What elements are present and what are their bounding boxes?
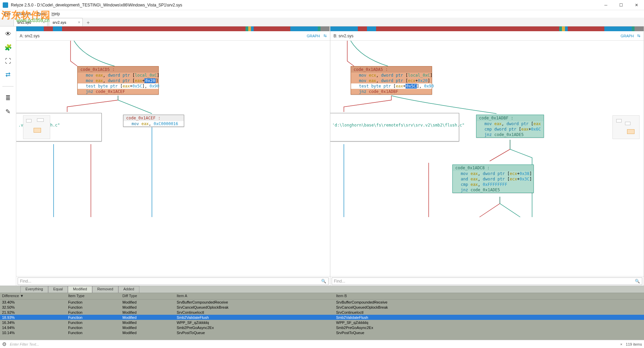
graph-node[interactable]: code_0x1ACD5 : mov eax, dword ptr [local… — [77, 66, 159, 95]
graph-node[interactable]: code_0x1ACEF : mov eax, 0xC0000016 — [123, 115, 184, 127]
find-input-a[interactable]: Find... 🔍 — [18, 277, 329, 285]
menu-help[interactable]: Help — [50, 11, 62, 17]
node-label: code_0x1ACEF : — [126, 116, 160, 120]
settings-icon[interactable]: ⚙ — [2, 341, 6, 347]
find-placeholder: Find... — [20, 279, 31, 284]
status-bar: ⚙ Enter Filter Text... × 119 items — [0, 340, 644, 348]
graph-canvas-b[interactable]: code_0x1ADA5 : mov ecx, dword ptr [local… — [330, 41, 644, 276]
shuffle-icon[interactable]: ⇄ — [5, 71, 12, 78]
find-placeholder: Find... — [334, 279, 345, 284]
minimap-strip-a[interactable] — [16, 26, 330, 31]
graph-node[interactable]: code_0x1ADBF : mov eax, dword ptr [eax c… — [476, 115, 544, 138]
subtab-everything[interactable]: Everything — [20, 286, 48, 293]
minimap-thumbnail[interactable] — [612, 115, 640, 139]
search-icon[interactable]: 🔍 — [635, 279, 640, 284]
file-tab-label: srv2.sys — [53, 20, 66, 24]
menu-file[interactable]: File — [2, 11, 13, 17]
search-icon[interactable]: 🔍 — [321, 279, 326, 284]
node-label: code_0x1ADA5 : — [354, 67, 388, 72]
item-count: 119 items — [626, 342, 642, 346]
file-tab-bar: srv2.sys × srv2.sys × + — [0, 18, 644, 26]
view-mode-a[interactable]: GRAPH — [307, 34, 320, 38]
view-mode-b[interactable]: GRAPH — [621, 34, 634, 38]
subtab-added[interactable]: Added — [118, 286, 139, 293]
hierarchy-icon[interactable]: ⛶ — [5, 58, 12, 64]
file-tab-0[interactable]: srv2.sys × — [14, 18, 47, 26]
sync-icon[interactable]: ⇆ — [324, 34, 327, 38]
diff-panel: Everything Equal Modified Removed Added … — [0, 286, 644, 340]
find-input-b[interactable]: Find... 🔍 — [332, 277, 643, 285]
menubar: File Analysis Tools Help — [0, 10, 644, 18]
menu-analysis[interactable]: Analysis — [14, 11, 33, 17]
file-tab-1[interactable]: srv2.sys × — [49, 18, 83, 26]
node-label: code_0x1ADC8 : — [455, 166, 490, 170]
string-literal: 'd:\longhorn\base\fs\remotefs\srv\srv.v2… — [332, 123, 465, 128]
subtab-equal[interactable]: Equal — [48, 286, 68, 293]
edit-icon[interactable]: ✎ — [5, 108, 12, 115]
filter-clear-icon[interactable]: × — [620, 342, 622, 346]
pane-a: A: srv2.sys GRAPH ⇆ code_0x1ACD5 — [16, 26, 330, 286]
table-row[interactable]: 18.93%FunctionModifiedSmb2ValidateFlushS… — [0, 315, 644, 320]
node-label: code_0x1ADBF : — [479, 116, 513, 120]
table-row[interactable]: 32.50%FunctionModifiedSrvCancelQueuedOpl… — [0, 305, 644, 310]
table-row[interactable]: 14.94%FunctionModifiedSmb2PreGoAsync2ExS… — [0, 325, 644, 330]
col-difference[interactable]: Difference ▼ — [0, 293, 66, 299]
minimap-strip-b[interactable] — [330, 26, 644, 31]
menu-tools[interactable]: Tools — [35, 11, 48, 17]
minimize-button[interactable]: ─ — [598, 0, 613, 10]
diff-subtabs: Everything Equal Modified Removed Added — [0, 286, 644, 293]
table-row[interactable]: 10.14%FunctionModifiedSrvPostToQueueSrvP… — [0, 330, 644, 335]
table-row[interactable]: 16.34%FunctionModifiedWPP_SF_qZddddqWPP_… — [0, 320, 644, 325]
stack-icon[interactable]: ≣ — [5, 95, 12, 101]
col-itemb[interactable]: Item B — [334, 293, 644, 299]
table-row[interactable]: 21.92%FunctionModifiedSrvContinueIoctlSr… — [0, 310, 644, 315]
rail-divider — [2, 86, 14, 86]
puzzle-icon[interactable]: 🧩 — [5, 44, 12, 51]
graph-node[interactable]: 'd:\longhorn\base\fs\remotefs\srv\srv.v2… — [330, 113, 459, 141]
file-tab-label: srv2.sys — [17, 20, 31, 24]
filter-input[interactable]: Enter Filter Text... — [10, 342, 620, 346]
minimap-thumbnail[interactable] — [23, 115, 50, 139]
pane-b: B: srv2.sys GRAPH ⇆ — [330, 26, 644, 286]
titlebar: Relyze 2.5.0 - D:\Code\_development\_TES… — [0, 0, 644, 10]
col-itema[interactable]: Item A — [175, 293, 334, 299]
sync-icon[interactable]: ⇆ — [637, 34, 640, 38]
side-rail: 👁 🧩 ⛶ ⇄ ≣ ✎ — [0, 26, 16, 286]
node-label: code_0x1ACD5 : — [80, 67, 115, 72]
close-icon[interactable]: × — [42, 20, 45, 25]
pane-a-label: A: srv2.sys — [20, 34, 40, 38]
diff-body[interactable]: 33.40%FunctionModifiedSrvBufferCompounde… — [0, 299, 644, 340]
add-tab-button[interactable]: + — [84, 19, 92, 26]
eye-icon[interactable]: 👁 — [5, 31, 12, 37]
subtab-modified[interactable]: Modified — [68, 286, 92, 293]
graph-canvas-a[interactable]: code_0x1ACD5 : mov eax, dword ptr [local… — [16, 41, 330, 276]
table-row[interactable]: 33.40%FunctionModifiedSrvBufferCompounde… — [0, 299, 644, 305]
maximize-button[interactable]: ☐ — [613, 0, 629, 10]
graph-node[interactable]: code_0x1ADC8 : mov eax, dword ptr [ecx+0… — [452, 165, 534, 193]
close-button[interactable]: ✕ — [629, 0, 644, 10]
diff-header: Difference ▼ Item Type Diff Type Item A … — [0, 293, 644, 299]
col-difftype[interactable]: Diff Type — [120, 293, 175, 299]
close-icon[interactable]: × — [78, 20, 80, 25]
graph-node[interactable]: code_0x1ADA5 : mov ecx, dword ptr [local… — [351, 66, 432, 95]
app-icon — [3, 2, 8, 8]
col-itemtype[interactable]: Item Type — [66, 293, 120, 299]
subtab-removed[interactable]: Removed — [92, 286, 118, 293]
pane-b-label: B: srv2.sys — [334, 34, 354, 38]
window-title: Relyze 2.5.0 - D:\Code\_development\_TES… — [11, 3, 598, 7]
